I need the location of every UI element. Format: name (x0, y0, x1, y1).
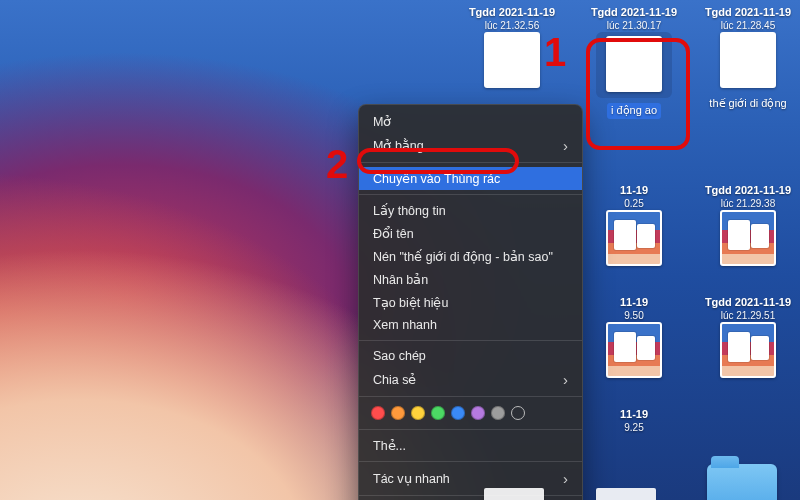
file-title: Tgdd 2021-11-19 (460, 6, 564, 19)
menu-item-label: Mở (373, 114, 391, 129)
screenshot-thumb (606, 322, 662, 378)
file-subtitle: lúc 21.28.45 (696, 20, 800, 32)
file-title: 11-19 (582, 296, 686, 309)
desktop-file[interactable]: Tgdd 2021-11-19lúc 21.32.56 (460, 6, 564, 92)
file-caption: thế giới di động (705, 96, 790, 111)
menu-item-label: Đổi tên (373, 226, 414, 241)
menu-item[interactable]: Tác vụ nhanh (359, 466, 582, 491)
menu-item-label: Nén "thế giới di động - bản sao" (373, 249, 553, 264)
menu-item[interactable]: Xem nhanh (359, 314, 582, 336)
menu-item-label: Sao chép (373, 349, 426, 363)
menu-item-label: Tác vụ nhanh (373, 471, 450, 486)
menu-item[interactable]: Thẻ... (359, 434, 582, 457)
file-title: Tgdd 2021-11-19 (696, 184, 800, 197)
screenshot-thumb (606, 210, 662, 266)
screenshot-thumb (720, 210, 776, 266)
file-subtitle: 0.25 (582, 198, 686, 210)
file-subtitle: lúc 21.32.56 (460, 20, 564, 32)
tag-color-row (359, 401, 582, 425)
file-title: Tgdd 2021-11-19 (696, 6, 800, 19)
desktop-folder[interactable] (690, 464, 794, 500)
tag-color-dot[interactable] (491, 406, 505, 420)
document-thumb (720, 32, 776, 88)
menu-item-label: Mở bằng (373, 138, 424, 153)
menu-item[interactable]: Lấy thông tin (359, 199, 582, 222)
file-title: Tgdd 2021-11-19 (582, 6, 686, 19)
folder-icon (707, 464, 777, 500)
document-thumb (484, 32, 540, 88)
tag-color-dot[interactable] (411, 406, 425, 420)
menu-item[interactable]: Mở bằng (359, 133, 582, 158)
desktop-file[interactable]: Tgdd 2021-11-19lúc 21.30.17i động ao (582, 6, 686, 119)
tag-color-dot[interactable] (451, 406, 465, 420)
desktop-file[interactable]: 11-190.25 (582, 184, 686, 270)
tag-color-dot[interactable] (471, 406, 485, 420)
tag-color-dot[interactable] (431, 406, 445, 420)
desktop-file[interactable]: Tgdd 2021-11-19lúc 21.29.51 (696, 296, 800, 382)
menu-item[interactable]: Nén "thế giới di động - bản sao" (359, 245, 582, 268)
file-title: 11-19 (582, 408, 686, 421)
menu-item[interactable]: Tạo biệt hiệu (359, 291, 582, 314)
screenshot-thumb (720, 322, 776, 378)
context-menu: MởMở bằngChuyển vào Thùng rácLấy thông t… (358, 104, 583, 500)
file-subtitle: lúc 21.29.38 (696, 198, 800, 210)
menu-item[interactable]: Chuyển vào Thùng rác (359, 167, 582, 190)
file-subtitle: 9.50 (582, 310, 686, 322)
menu-item-label: Lấy thông tin (373, 203, 446, 218)
menu-item[interactable]: Chia sẻ (359, 367, 582, 392)
tag-clear-icon[interactable] (511, 406, 525, 420)
menu-item-label: Xem nhanh (373, 318, 437, 332)
desktop-file[interactable]: 11-199.25 (582, 408, 686, 434)
partial-thumb (484, 488, 544, 500)
file-title: 11-19 (582, 184, 686, 197)
menu-item[interactable]: Đổi tên (359, 222, 582, 245)
menu-item-label: Chuyển vào Thùng rác (373, 171, 500, 186)
desktop-file[interactable]: Tgdd 2021-11-19lúc 21.28.45thế giới di đ… (696, 6, 800, 111)
tag-color-dot[interactable] (371, 406, 385, 420)
tag-color-dot[interactable] (391, 406, 405, 420)
menu-item-label: Thẻ... (373, 438, 406, 453)
file-subtitle: 9.25 (582, 422, 686, 434)
menu-item[interactable]: Sao chép (359, 345, 582, 367)
menu-item-label: Tạo biệt hiệu (373, 295, 448, 310)
file-caption: i động ao (607, 103, 661, 118)
document-thumb (606, 36, 662, 92)
file-title: Tgdd 2021-11-19 (696, 296, 800, 309)
desktop-file[interactable]: Tgdd 2021-11-19lúc 21.29.38 (696, 184, 800, 270)
menu-item-label: Nhân bản (373, 272, 428, 287)
menu-item-label: Chia sẻ (373, 372, 416, 387)
file-subtitle: lúc 21.30.17 (582, 20, 686, 32)
desktop-file[interactable]: 11-199.50 (582, 296, 686, 382)
menu-item[interactable]: Mở (359, 110, 582, 133)
file-subtitle: lúc 21.29.51 (696, 310, 800, 322)
partial-thumb (596, 488, 656, 500)
menu-item[interactable]: Nhân bản (359, 268, 582, 291)
